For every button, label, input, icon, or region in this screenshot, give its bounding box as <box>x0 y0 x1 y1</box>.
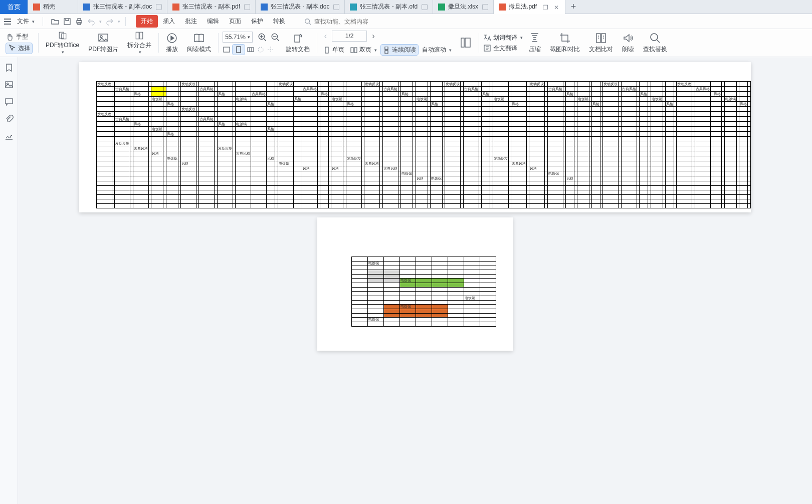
find-replace[interactable]: 查找替换 <box>640 30 670 56</box>
tab-doc-6[interactable]: 撒旦法.xlsx <box>433 0 494 14</box>
two-page-icon <box>350 47 357 54</box>
tab-dup-icon[interactable] <box>422 4 428 10</box>
search-icon <box>304 18 311 25</box>
read-aloud[interactable]: 朗读 <box>619 30 637 56</box>
menu-protect[interactable]: 保护 <box>246 15 268 28</box>
zoom-out-icon[interactable] <box>271 33 280 42</box>
auto-scroll-btn[interactable]: 自动滚动 <box>420 45 454 55</box>
nav-icon <box>460 37 472 49</box>
pdf-to-office[interactable]: PDF转Office <box>43 30 82 56</box>
ribbon-tabs: 开始 插入 批注 编辑 页面 保护 转换 <box>136 15 290 28</box>
compress-icon <box>529 32 541 44</box>
select-tool[interactable]: 选择 <box>6 43 32 54</box>
menu-page[interactable]: 页面 <box>224 15 246 28</box>
pdf-to-image[interactable]: PDF转图片 <box>85 30 121 56</box>
file-label: 文件 <box>17 17 29 26</box>
play[interactable]: 播放 <box>163 30 181 56</box>
search-box[interactable] <box>304 18 415 25</box>
xls-icon <box>438 4 445 11</box>
menu-convert[interactable]: 转换 <box>268 15 290 28</box>
zoom-value[interactable]: 55.71%▾ <box>223 32 253 43</box>
tab-dup-icon[interactable] <box>333 4 339 10</box>
hand-tool[interactable]: 手型 <box>6 33 32 41</box>
attachment-icon[interactable] <box>5 114 14 123</box>
zoom-in-icon[interactable] <box>258 33 267 42</box>
fit-page-icon[interactable] <box>233 45 245 55</box>
undo-caret[interactable]: ▾ <box>99 19 102 24</box>
svg-rect-32 <box>6 99 13 104</box>
tab-doc-2[interactable]: 张三情况表 - 副本.doc <box>78 0 167 14</box>
redo-caret[interactable]: ▾ <box>118 19 120 24</box>
tab-doc-7-active[interactable]: 撒旦法.pdf ❐ ✕ <box>494 0 565 14</box>
save-icon[interactable] <box>63 18 71 26</box>
tab-doc-3[interactable]: 张三情况表 - 副本.pdf <box>167 0 256 14</box>
toolbar: 手型 选择 PDF转Office PDF转图片 拆分合并 播放 阅读模式 55.… <box>0 29 812 57</box>
print-icon[interactable] <box>75 18 83 26</box>
svg-point-8 <box>100 36 102 38</box>
word-translate[interactable]: 划词翻译 <box>483 34 523 42</box>
close-icon[interactable]: ✕ <box>554 4 560 10</box>
tab-home-label: 首页 <box>8 3 21 12</box>
pdf-icon <box>172 4 179 11</box>
tab-label: 撒旦法.pdf <box>509 3 537 11</box>
tab-label: 撒旦法.xlsx <box>448 3 478 11</box>
tab-label: 稻壳 <box>43 3 73 11</box>
tab-doc-1[interactable]: 稻壳 <box>28 0 78 14</box>
rotate-doc[interactable]: 旋转文档 <box>283 30 313 56</box>
loop-icon[interactable] <box>257 46 265 54</box>
svg-rect-18 <box>295 35 300 42</box>
sign-icon[interactable] <box>5 131 14 140</box>
restore-icon[interactable]: ❐ <box>543 4 549 10</box>
undo-icon[interactable] <box>87 18 95 26</box>
read-mode[interactable]: 阅读模式 <box>184 30 214 56</box>
svg-rect-14 <box>224 47 230 52</box>
menu-bar: 文件 ▾ ▾ 开始 插入 批注 编辑 页面 保护 转换 <box>0 14 812 29</box>
split-merge[interactable]: 拆分合并 <box>124 30 154 56</box>
next-page[interactable]: › <box>369 32 377 41</box>
continuous-icon <box>383 47 390 54</box>
prev-page[interactable]: ‹ <box>321 32 330 41</box>
compress[interactable]: 压缩 <box>526 30 544 56</box>
svg-point-4 <box>305 19 310 23</box>
bookmark-icon[interactable] <box>5 63 14 72</box>
fit-width-icon[interactable] <box>223 46 231 54</box>
tab-doc-5[interactable]: 张三情况表 - 副本.ofd <box>345 0 433 14</box>
menu-annotate[interactable]: 批注 <box>180 15 202 28</box>
image-icon[interactable] <box>5 80 14 89</box>
search-input[interactable] <box>314 18 415 25</box>
pan-icon[interactable] <box>267 46 275 54</box>
page-2: 电饭锅电饭锅电饭锅电饭锅电饭锅 <box>317 217 513 351</box>
crop-icon <box>559 32 571 44</box>
svg-rect-10 <box>140 32 143 39</box>
redo-icon[interactable] <box>106 18 114 26</box>
word-icon <box>261 4 268 11</box>
two-page-btn[interactable]: 双页 <box>348 45 379 55</box>
page-indicator[interactable]: 1/2 <box>332 31 367 42</box>
svg-rect-30 <box>6 82 13 88</box>
hamburger-icon[interactable] <box>4 19 11 25</box>
tab-dup-icon[interactable] <box>156 4 162 10</box>
doc-compare[interactable]: 文档比对 <box>586 30 616 56</box>
single-page-btn[interactable]: 单页 <box>321 45 346 55</box>
menu-edit[interactable]: 编辑 <box>202 15 224 28</box>
svg-rect-20 <box>351 48 353 53</box>
continuous-btn[interactable]: 连续阅读 <box>381 45 418 55</box>
tab-dup-icon[interactable] <box>244 4 250 10</box>
file-menu[interactable]: 文件 <box>14 16 38 27</box>
tab-dup-icon[interactable] <box>482 4 488 10</box>
nav-panel[interactable] <box>457 30 475 56</box>
crop-compare[interactable]: 截图和对比 <box>547 30 583 56</box>
comment-icon[interactable] <box>5 97 14 106</box>
tab-doc-4[interactable]: 张三情况表 - 副本.doc <box>256 0 345 14</box>
menu-start[interactable]: 开始 <box>136 15 158 28</box>
tab-home[interactable]: 首页 <box>0 0 28 14</box>
svg-rect-23 <box>385 51 388 54</box>
open-icon[interactable] <box>51 18 59 26</box>
menu-insert[interactable]: 插入 <box>158 15 180 28</box>
add-tab-button[interactable]: + <box>565 0 581 14</box>
split-merge-icon <box>133 31 145 40</box>
document-viewport[interactable]: 发动反攻发动反攻发动反攻发动反攻发动反攻发动反攻发动反攻发动反攻古典风格古典风格… <box>18 57 812 504</box>
full-translate[interactable]: 全文翻译 <box>483 44 523 53</box>
actual-size-icon[interactable] <box>247 46 255 54</box>
svg-rect-16 <box>248 48 254 52</box>
